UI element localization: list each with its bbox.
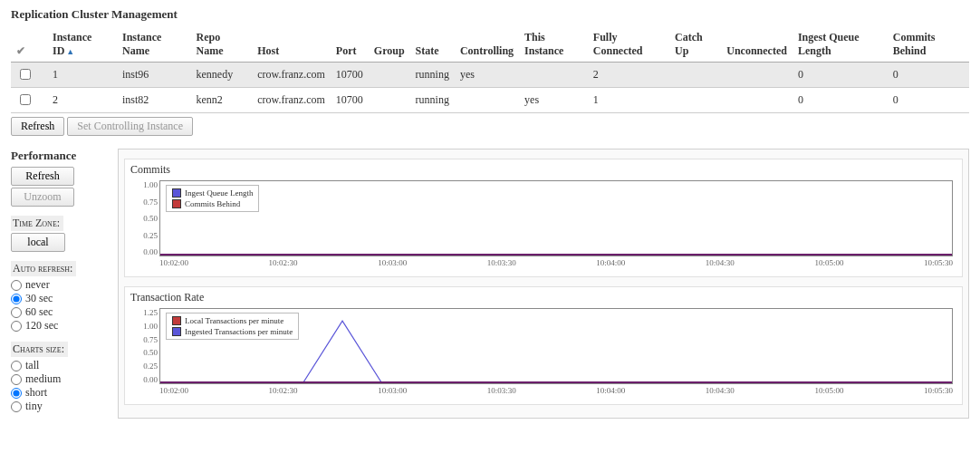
commits-x-axis: 10:02:0010:02:3010:03:0010:03:3010:04:00… xyxy=(159,258,953,271)
timezone-label: Time Zone: xyxy=(11,216,63,231)
cell-instance-id: 2 xyxy=(47,88,117,113)
commits-chart: Commits 1.000.750.500.250.00 Ingest Queu… xyxy=(124,159,963,277)
swatch-icon xyxy=(172,199,181,208)
col-catch-up[interactable]: Catch Up xyxy=(669,27,721,63)
size-short-radio[interactable] xyxy=(11,388,22,399)
cell-repo-name: kennedy xyxy=(191,63,253,88)
swatch-icon xyxy=(172,188,181,198)
cell-host: crow.franz.com xyxy=(252,63,331,88)
col-port[interactable]: Port xyxy=(331,27,369,63)
cell-iql: 0 xyxy=(793,88,888,113)
col-state[interactable]: State xyxy=(410,27,455,63)
cell-iql: 0 xyxy=(793,63,888,88)
cell-unconnected xyxy=(721,63,793,88)
col-instance-name[interactable]: Instance Name xyxy=(117,27,191,63)
cell-fully-connected: 1 xyxy=(588,88,669,113)
cell-commits-behind: 0 xyxy=(888,63,969,88)
transaction-line xyxy=(160,309,952,383)
performance-heading: Performance xyxy=(11,149,101,163)
transaction-rate-chart: Transaction Rate 1.251.000.750.500.250.0… xyxy=(124,286,963,405)
table-row[interactable]: 1 inst96 kennedy crow.franz.com 10700 ru… xyxy=(11,63,969,88)
commits-plot[interactable]: Ingest Queue Length Commits Behind xyxy=(159,180,953,256)
commits-y-axis: 1.000.750.500.250.00 xyxy=(130,180,161,256)
auto-refresh-never-radio[interactable] xyxy=(11,280,22,291)
row-checkbox[interactable] xyxy=(20,69,31,80)
col-fully-connected[interactable]: Fully Connected xyxy=(588,27,669,63)
auto-refresh-30-radio[interactable] xyxy=(11,294,22,304)
refresh-button[interactable]: Refresh xyxy=(11,117,64,136)
cell-catch-up xyxy=(669,63,721,88)
charts-size-label: Charts size: xyxy=(11,342,68,357)
checkmark-icon: ✔ xyxy=(16,44,25,57)
cell-catch-up xyxy=(669,88,721,113)
col-commits-behind[interactable]: Commits Behind xyxy=(888,27,969,63)
cell-controlling xyxy=(455,88,519,113)
unzoom-button[interactable]: Unzoom xyxy=(11,188,74,207)
cell-group xyxy=(369,88,410,113)
cell-port: 10700 xyxy=(331,63,369,88)
col-instance-id[interactable]: Instance ID▲ xyxy=(47,27,117,63)
cell-host: crow.franz.com xyxy=(252,88,331,113)
cell-commits-behind: 0 xyxy=(888,88,969,113)
size-tiny-label: tiny xyxy=(25,400,43,413)
size-tall-radio[interactable] xyxy=(11,361,22,371)
col-controlling[interactable]: Controlling xyxy=(455,27,519,63)
sort-asc-icon: ▲ xyxy=(66,47,74,56)
cell-port: 10700 xyxy=(331,88,369,113)
commits-baseline xyxy=(160,254,952,256)
transaction-baseline xyxy=(160,381,952,383)
commits-legend: Ingest Queue Length Commits Behind xyxy=(166,185,259,212)
col-unconnected[interactable]: Unconnected xyxy=(721,27,793,63)
transaction-x-axis: 10:02:0010:02:3010:03:0010:03:3010:04:00… xyxy=(159,386,953,399)
cell-fully-connected: 2 xyxy=(588,63,669,88)
commits-chart-title: Commits xyxy=(130,163,956,177)
cell-instance-id: 1 xyxy=(47,63,117,88)
size-medium-label: medium xyxy=(25,372,61,386)
cell-repo-name: kenn2 xyxy=(191,88,253,113)
transaction-rate-chart-title: Transaction Rate xyxy=(130,291,956,304)
set-controlling-button[interactable]: Set Controlling Instance xyxy=(67,117,193,136)
col-this-instance[interactable]: This Instance xyxy=(519,27,588,63)
cell-state: running xyxy=(410,88,455,113)
auto-refresh-60-radio[interactable] xyxy=(11,307,22,318)
col-group[interactable]: Group xyxy=(369,27,410,63)
timezone-button[interactable]: local xyxy=(11,233,65,252)
col-host[interactable]: Host xyxy=(252,27,331,63)
cell-group xyxy=(369,63,410,88)
row-checkbox[interactable] xyxy=(20,94,31,105)
transaction-y-axis: 1.251.000.750.500.250.00 xyxy=(130,308,161,384)
cell-instance-name: inst96 xyxy=(117,63,191,88)
size-medium-radio[interactable] xyxy=(11,374,22,385)
cell-this-instance: yes xyxy=(519,88,588,113)
auto-refresh-120-label: 120 sec xyxy=(25,319,58,333)
col-repo-name[interactable]: Repo Name xyxy=(191,27,253,63)
size-short-label: short xyxy=(25,386,47,400)
cell-instance-name: inst82 xyxy=(117,88,191,113)
cell-this-instance xyxy=(519,63,588,88)
cell-state: running xyxy=(410,63,455,88)
transaction-plot[interactable]: Local Transactions per minute Ingested T… xyxy=(159,308,953,384)
col-ingest-queue-length[interactable]: Ingest Queue Length xyxy=(793,27,888,63)
page-title: Replication Cluster Management xyxy=(11,7,969,22)
cell-controlling: yes xyxy=(455,63,519,88)
table-row[interactable]: 2 inst82 kenn2 crow.franz.com 10700 runn… xyxy=(11,88,969,113)
size-tall-label: tall xyxy=(25,359,39,372)
instances-table: ✔ Instance ID▲ Instance Name Repo Name H… xyxy=(11,27,969,113)
auto-refresh-120-radio[interactable] xyxy=(11,321,22,332)
auto-refresh-label: Auto refresh: xyxy=(11,261,76,276)
perf-refresh-button[interactable]: Refresh xyxy=(11,167,74,186)
auto-refresh-30-label: 30 sec xyxy=(25,292,53,305)
auto-refresh-never-label: never xyxy=(25,278,50,292)
cell-unconnected xyxy=(721,88,793,113)
size-tiny-radio[interactable] xyxy=(11,401,22,412)
auto-refresh-60-label: 60 sec xyxy=(25,305,53,319)
